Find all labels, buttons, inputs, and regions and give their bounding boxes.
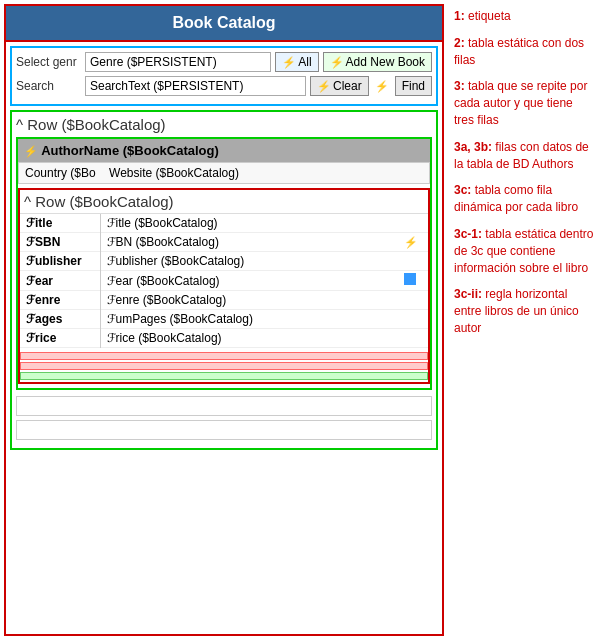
author-name-label: AuthorName ($BookCatalog) [41, 143, 219, 158]
book-field-extra [398, 310, 428, 329]
color-square [404, 273, 416, 285]
book-field-label: ℱages [20, 310, 100, 329]
book-table-row: ℱublisherℱublisher ($BookCatalog) [20, 252, 428, 271]
website-value: Website ($BookCatalog) [109, 166, 239, 180]
annotation-number: 3c-ii: [454, 287, 485, 301]
annotation-number: 3: [454, 79, 468, 93]
book-field-extra: ⚡ [398, 233, 428, 252]
bottom-row-red-2 [20, 362, 428, 370]
book-table-row: ℱitleℱitle ($BookCatalog) [20, 214, 428, 233]
outer-row-section: ^ Row ($BookCatalog) ⚡ AuthorName ($Book… [10, 110, 438, 450]
annotation-text: etiqueta [468, 9, 511, 23]
search-label: Search [16, 79, 81, 93]
book-field-value: ℱenre ($BookCatalog) [100, 291, 398, 310]
book-table-row: ℱSBNℱBN ($BookCatalog)⚡ [20, 233, 428, 252]
book-field-label: ℱublisher [20, 252, 100, 271]
title-text: Book Catalog [172, 14, 275, 31]
annotation-item: 3: tabla que se repite por cada autor y … [454, 78, 596, 128]
book-field-value: ℱear ($BookCatalog) [100, 271, 398, 291]
country-value: Country ($Bo [25, 166, 96, 180]
book-table-row: ℱenreℱenre ($BookCatalog) [20, 291, 428, 310]
annotation-number: 1: [454, 9, 468, 23]
bottom-row-red-1 [20, 352, 428, 360]
outer-row-label: ^ Row ($BookCatalog) [16, 116, 432, 133]
bottom-row-green [20, 372, 428, 380]
find-button[interactable]: Find [395, 76, 432, 96]
annotation-item: 3c-ii: regla horizontal entre libros de … [454, 286, 596, 336]
lightning-icon-isbn: ⚡ [404, 236, 418, 248]
book-field-label: ℱear [20, 271, 100, 291]
book-field-value: ℱBN ($BookCatalog) [100, 233, 398, 252]
book-table-row: ℱriceℱrice ($BookCatalog) [20, 329, 428, 348]
find-label: Find [402, 79, 425, 93]
add-new-book-button[interactable]: ⚡ Add New Book [323, 52, 432, 72]
book-field-extra [398, 271, 428, 291]
annotation-item: 1: etiqueta [454, 8, 596, 25]
book-field-extra [398, 252, 428, 271]
lightning-icon4: ⚡ [373, 78, 391, 95]
genre-input[interactable] [85, 52, 271, 72]
annotation-item: 3c-1: tabla estática dentro de 3c que co… [454, 226, 596, 276]
search-input[interactable] [85, 76, 306, 96]
empty-rows [16, 396, 432, 440]
left-panel: Book Catalog Select genr ⚡ All ⚡ Add New… [4, 4, 444, 636]
annotation-text: tabla estática con dos filas [454, 36, 584, 67]
all-label: All [298, 55, 311, 69]
lightning-icon3: ⚡ [317, 80, 331, 93]
empty-row-1 [16, 396, 432, 416]
book-table-row: ℱagesℱumPages ($BookCatalog) [20, 310, 428, 329]
book-field-label: ℱitle [20, 214, 100, 233]
clear-label: Clear [333, 79, 362, 93]
select-genre-label: Select genr [16, 55, 81, 69]
page-title: Book Catalog [6, 6, 442, 42]
author-details-row: Country ($Bo Website ($BookCatalog) [18, 162, 430, 184]
search-row: Search ⚡ Clear ⚡ Find [16, 76, 432, 96]
bottom-rows [20, 352, 428, 380]
annotation-number: 2: [454, 36, 468, 50]
author-section: ⚡ AuthorName ($BookCatalog) Country ($Bo… [16, 137, 432, 390]
genre-row: Select genr ⚡ All ⚡ Add New Book [16, 52, 432, 72]
book-field-value: ℱrice ($BookCatalog) [100, 329, 398, 348]
right-panel: 1: etiqueta2: tabla estática con dos fil… [448, 0, 602, 640]
all-button[interactable]: ⚡ All [275, 52, 318, 72]
author-name-row: ⚡ AuthorName ($BookCatalog) [18, 139, 430, 162]
book-table-row: ℱearℱear ($BookCatalog) [20, 271, 428, 291]
book-field-extra [398, 214, 428, 233]
controls-area: Select genr ⚡ All ⚡ Add New Book Search … [10, 46, 438, 106]
book-field-label: ℱSBN [20, 233, 100, 252]
inner-row-label: ^ Row ($BookCatalog) [20, 190, 428, 214]
book-field-label: ℱenre [20, 291, 100, 310]
book-table: ℱitleℱitle ($BookCatalog)ℱSBNℱBN ($BookC… [20, 214, 428, 348]
lightning-icon5: ⚡ [24, 145, 38, 157]
add-label: Add New Book [346, 55, 425, 69]
book-field-label: ℱrice [20, 329, 100, 348]
annotation-number: 3c: [454, 183, 475, 197]
annotation-text: tabla que se repite por cada autor y que… [454, 79, 587, 127]
annotation-number: 3c-1: [454, 227, 485, 241]
clear-button[interactable]: ⚡ Clear [310, 76, 369, 96]
book-field-extra [398, 291, 428, 310]
main-container: Book Catalog Select genr ⚡ All ⚡ Add New… [0, 0, 602, 640]
book-field-value: ℱublisher ($BookCatalog) [100, 252, 398, 271]
empty-row-2 [16, 420, 432, 440]
annotation-item: 3a, 3b: filas con datos de la tabla de B… [454, 139, 596, 173]
book-field-value: ℱumPages ($BookCatalog) [100, 310, 398, 329]
book-field-value: ℱitle ($BookCatalog) [100, 214, 398, 233]
lightning-icon: ⚡ [282, 56, 296, 69]
annotation-item: 3c: tabla como fila dinámica por cada li… [454, 182, 596, 216]
inner-row-section: ^ Row ($BookCatalog) ℱitleℱitle ($BookCa… [18, 188, 430, 384]
annotation-number: 3a, 3b: [454, 140, 495, 154]
annotation-item: 2: tabla estática con dos filas [454, 35, 596, 69]
lightning-icon2: ⚡ [330, 56, 344, 69]
book-field-extra [398, 329, 428, 348]
